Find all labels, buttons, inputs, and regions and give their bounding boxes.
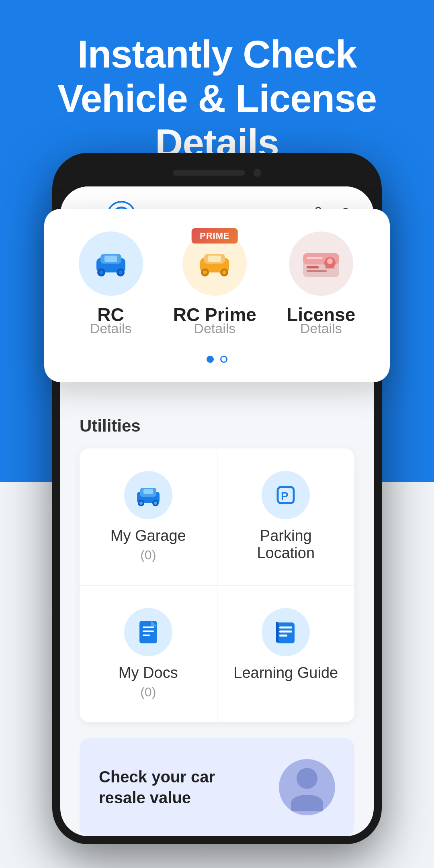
svg-rect-13 — [208, 256, 221, 262]
garage-count: (0) — [140, 548, 156, 563]
parking-label: Parking Location — [230, 527, 342, 562]
svg-rect-39 — [143, 635, 150, 636]
docs-label: My Docs — [119, 664, 178, 682]
prime-badge: PRIME — [192, 228, 238, 244]
resale-card[interactable]: Check your car resale value — [80, 738, 354, 836]
svg-rect-42 — [279, 631, 292, 633]
license-card-icon — [301, 249, 341, 278]
dot-1[interactable] — [207, 356, 214, 363]
garage-label: My Garage — [111, 527, 186, 545]
resale-label: Check your car resale value — [99, 766, 252, 808]
docs-count: (0) — [140, 685, 156, 700]
svg-rect-41 — [279, 626, 292, 628]
svg-point-11 — [203, 270, 207, 274]
svg-point-31 — [139, 502, 143, 505]
learning-guide-cell[interactable]: Learning Guide — [217, 585, 355, 722]
my-garage-cell[interactable]: My Garage (0) — [80, 448, 217, 585]
utilities-row-1: My Garage (0) P Parking Locatio — [80, 448, 354, 585]
svg-point-32 — [154, 502, 157, 505]
svg-point-5 — [119, 270, 123, 274]
hero-section: Instantly Check Vehicle & License Detail… — [0, 32, 434, 165]
rc-prime-car-icon — [197, 249, 232, 278]
svg-rect-40 — [277, 622, 295, 643]
notch-pill — [173, 170, 245, 176]
svg-rect-6 — [104, 256, 117, 262]
docs-icon — [137, 619, 160, 645]
pagination-dots — [63, 356, 371, 363]
rc-icon-bg — [79, 231, 143, 296]
parking-icon-bg: P — [262, 471, 310, 519]
rc-prime-icon-bg: PRIME — [182, 231, 247, 296]
svg-rect-16 — [307, 266, 319, 268]
parking-icon: P — [273, 482, 299, 508]
svg-point-4 — [99, 270, 103, 274]
guide-icon — [274, 620, 298, 644]
svg-point-19 — [327, 258, 333, 264]
my-docs-cell[interactable]: My Docs (0) — [80, 585, 217, 722]
rc-item[interactable]: RC Details — [79, 231, 143, 336]
hero-title: Instantly Check Vehicle & License Detail… — [32, 32, 402, 165]
utilities-title: Utilities — [80, 416, 354, 436]
services-card: RC Details PRIME RC Prime Det — [44, 209, 390, 382]
parking-location-cell[interactable]: P Parking Location — [217, 448, 355, 585]
card-items-row: RC Details PRIME RC Prime Det — [63, 231, 371, 336]
svg-rect-38 — [143, 631, 154, 632]
dot-2[interactable] — [220, 356, 227, 363]
license-icon-bg — [289, 231, 353, 296]
svg-point-12 — [222, 270, 226, 274]
rc-prime-item[interactable]: PRIME RC Prime Details — [173, 231, 256, 336]
docs-icon-bg — [124, 608, 172, 656]
car-icon — [93, 249, 129, 278]
utilities-section: Utilities — [60, 397, 374, 722]
svg-text:P: P — [281, 490, 289, 502]
garage-icon-bg — [124, 471, 172, 519]
svg-point-45 — [297, 768, 317, 789]
phone-notch — [60, 161, 374, 185]
license-item[interactable]: License Details — [287, 231, 355, 336]
garage-icon — [135, 484, 161, 506]
svg-rect-17 — [307, 270, 327, 272]
rc-label-sub: Details — [90, 321, 132, 336]
resale-avatar — [279, 759, 335, 815]
svg-rect-37 — [143, 626, 154, 628]
guide-icon-bg — [262, 608, 310, 656]
person-icon — [287, 763, 327, 811]
svg-rect-43 — [279, 635, 287, 637]
svg-rect-44 — [276, 622, 278, 643]
svg-rect-33 — [143, 489, 153, 494]
svg-rect-20 — [307, 257, 323, 259]
notch-dot — [253, 169, 261, 177]
utilities-grid: My Garage (0) P Parking Locatio — [80, 448, 354, 722]
utilities-row-2: My Docs (0) — [80, 585, 354, 722]
guide-label: Learning Guide — [233, 664, 338, 682]
